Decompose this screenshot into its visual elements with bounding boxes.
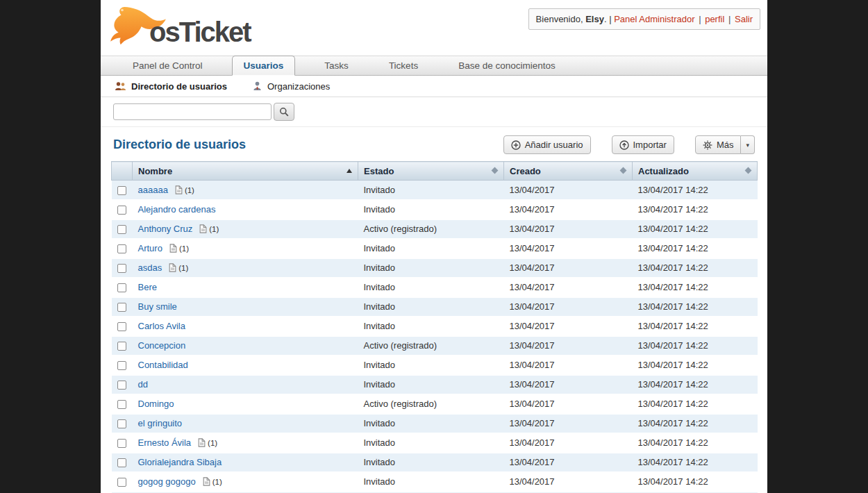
header-creado[interactable]: Creado [504,162,633,181]
table-row: Alejandro cardenas Invitado 13/04/2017 1… [112,200,758,219]
user-name-link[interactable]: Domingo [138,399,174,409]
content-area: osTicket Bienvenido, Elsy. | Panel Admin… [101,0,767,493]
subnav-label: Directorio de usuarios [131,81,227,92]
profile-link[interactable]: perfil [705,14,724,24]
add-user-button[interactable]: Añadir usuario [503,135,591,154]
doc-count-label: (1) [179,244,189,253]
user-name-link[interactable]: Carlos Avila [138,321,185,331]
user-name-link[interactable]: Anthony Cruz [138,224,193,234]
row-checkbox[interactable] [117,225,126,234]
select-all-header [112,162,133,181]
tab-tickets[interactable]: Tickets [378,56,429,75]
tab-panel-de-control[interactable]: Panel de Control [122,56,214,75]
user-name-link[interactable]: Bere [138,282,157,292]
row-checkbox[interactable] [117,458,126,467]
table-row: Domingo Activo (registrado) 13/04/2017 1… [112,394,758,414]
user-status: Invitado [358,375,504,394]
user-created: 13/04/2017 [504,297,633,317]
search-input[interactable] [113,103,272,120]
doc-count-label: (1) [212,478,222,486]
header-nombre[interactable]: Nombre [133,162,358,181]
row-checkbox[interactable] [117,400,126,409]
user-name-link[interactable]: el gringuito [138,418,183,428]
doc-count-label: (1) [209,225,219,233]
row-checkbox[interactable] [117,283,126,292]
user-status: Invitado [358,297,504,317]
user-created: 13/04/2017 [504,278,633,297]
user-name-link[interactable]: Buy smile [138,301,177,312]
user-status: Activo (registrado) [358,394,504,414]
table-row: Bere Invitado 13/04/2017 13/04/2017 14:2… [112,278,758,297]
row-checkbox[interactable] [117,322,126,331]
table-row: gogog gogogo(1) Invitado 13/04/2017 13/0… [112,472,758,492]
more-split-button: Más ▾ [695,135,755,154]
user-name-link[interactable]: Concepcion [138,340,186,351]
user-updated: 13/04/2017 14:22 [633,375,758,394]
user-updated: 13/04/2017 14:22 [633,181,758,200]
row-checkbox[interactable] [117,419,126,428]
doc-count-label: (1) [178,264,188,272]
import-button[interactable]: Importar [612,135,674,154]
doc-count: (1) [169,262,188,273]
user-name-link[interactable]: Ernesto Ávila [138,437,192,448]
tab-usuarios[interactable]: Usuarios [232,56,296,76]
user-status: Invitado [358,181,504,200]
more-label: Más [717,140,734,150]
user-name-link[interactable]: aaaaaa [138,185,168,195]
user-status: Activo (registrado) [358,336,504,356]
admin-panel-link[interactable]: Panel Administrador [614,14,694,24]
row-checkbox[interactable] [117,206,126,215]
user-name-link[interactable]: asdas [138,262,162,273]
user-created: 13/04/2017 [504,258,633,278]
user-created: 13/04/2017 [504,219,633,239]
user-name-link[interactable]: gogog gogogo [138,476,196,487]
user-created: 13/04/2017 [504,472,633,492]
header-label: Nombre [138,166,172,176]
logout-link[interactable]: Salir [735,14,753,24]
doc-count: (1) [199,224,219,234]
welcome-text: Bienvenido, [536,14,583,24]
header-estado[interactable]: Estado [358,162,504,181]
row-checkbox[interactable] [117,361,126,370]
more-button[interactable]: Más [695,135,742,154]
header-actualizado[interactable]: Actualizado [633,162,758,181]
osticket-logo[interactable]: osTicket [106,3,251,47]
user-status: Invitado [358,453,504,472]
doc-count-label: (1) [208,439,217,447]
table-row: asdas(1) Invitado 13/04/2017 13/04/2017 … [112,258,758,278]
row-checkbox[interactable] [117,439,126,448]
welcome-box: Bienvenido, Elsy. | Panel Administrador … [528,8,760,30]
row-checkbox[interactable] [117,244,126,253]
row-checkbox[interactable] [117,342,126,351]
header-label: Actualizado [638,166,689,176]
user-updated: 13/04/2017 14:22 [633,239,758,258]
row-checkbox[interactable] [117,478,126,487]
user-name-link[interactable]: Arturo [138,243,162,253]
user-status: Invitado [358,414,504,433]
user-name-link[interactable]: Glorialejandra Sibaja [138,457,222,467]
subnav-organizaciones[interactable]: Organizaciones [252,81,330,92]
import-icon [619,140,629,150]
table-row: Anthony Cruz(1) Activo (registrado) 13/0… [112,219,758,239]
subnav-directorio-de-usuarios[interactable]: Directorio de usuarios [115,81,227,92]
user-created: 13/04/2017 [504,394,633,414]
user-name-link[interactable]: Contabilidad [138,360,188,370]
tab-base-de-conocimientos[interactable]: Base de conocimientos [447,56,567,75]
tab-tasks[interactable]: Tasks [313,56,360,75]
row-checkbox[interactable] [117,381,126,390]
table-row: Contabilidad Invitado 13/04/2017 13/04/2… [112,356,758,375]
user-name-link[interactable]: Alejandro cardenas [138,204,216,215]
search-button[interactable] [274,103,294,121]
user-updated: 13/04/2017 14:22 [633,278,758,297]
more-dropdown-toggle[interactable]: ▾ [741,135,755,154]
import-label: Importar [633,140,667,150]
row-checkbox[interactable] [117,186,126,195]
user-status: Invitado [358,433,504,453]
user-name-link[interactable]: dd [138,379,148,390]
search-bar [101,97,767,127]
user-created: 13/04/2017 [504,356,633,375]
logo-text: osTicket [149,18,251,47]
doc-count: (1) [198,437,217,448]
row-checkbox[interactable] [117,303,126,312]
row-checkbox[interactable] [117,264,126,273]
